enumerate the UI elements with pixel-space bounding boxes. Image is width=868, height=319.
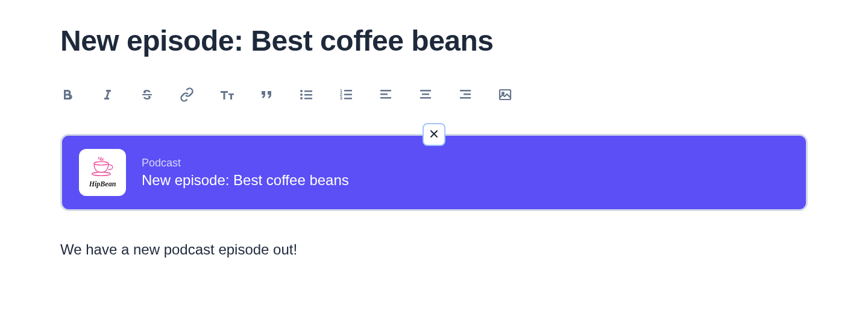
svg-text:3: 3 (340, 96, 342, 100)
svg-rect-7 (344, 90, 352, 92)
strikethrough-button[interactable] (140, 87, 154, 104)
svg-rect-11 (344, 98, 352, 99)
close-icon (428, 128, 440, 142)
italic-icon (100, 87, 115, 104)
podcast-embed-wrapper: HipBean Podcast New episode: Best coffee… (60, 134, 808, 211)
podcast-category-label: Podcast (142, 157, 349, 169)
podcast-brand-label: HipBean (89, 180, 116, 189)
image-icon (498, 87, 512, 104)
align-left-icon (379, 87, 393, 104)
podcast-thumbnail: HipBean (79, 149, 126, 196)
svg-rect-13 (380, 93, 388, 95)
svg-rect-3 (304, 94, 312, 96)
podcast-title-label: New episode: Best coffee beans (142, 172, 349, 189)
svg-rect-21 (500, 90, 511, 99)
svg-rect-15 (420, 90, 431, 92)
svg-rect-1 (304, 90, 312, 92)
bold-icon (60, 87, 75, 104)
svg-rect-19 (464, 93, 471, 95)
svg-rect-12 (380, 90, 391, 92)
page-title: New episode: Best coffee beans (60, 24, 808, 57)
svg-rect-20 (460, 97, 471, 99)
bullet-list-icon (299, 87, 313, 104)
svg-rect-16 (422, 93, 429, 95)
editor-body-text[interactable]: We have a new podcast episode out! (60, 241, 808, 258)
bullet-list-button[interactable] (299, 87, 313, 104)
svg-rect-17 (420, 97, 431, 99)
svg-rect-5 (304, 98, 312, 99)
svg-point-23 (94, 162, 108, 165)
quote-button[interactable] (259, 87, 274, 104)
svg-rect-14 (380, 97, 391, 99)
svg-rect-9 (344, 94, 352, 96)
link-button[interactable] (180, 87, 194, 104)
editor-toolbar: 123 (60, 87, 808, 104)
coffee-cup-icon (90, 157, 115, 178)
svg-point-4 (300, 97, 303, 99)
svg-point-0 (300, 90, 303, 92)
align-right-button[interactable] (458, 87, 473, 104)
quote-icon (259, 87, 274, 104)
numbered-list-icon: 123 (339, 87, 353, 104)
align-left-button[interactable] (379, 87, 393, 104)
image-button[interactable] (498, 87, 512, 104)
close-embed-button[interactable] (423, 123, 445, 146)
svg-point-22 (502, 92, 504, 94)
svg-rect-18 (460, 90, 471, 92)
strikethrough-icon (140, 87, 154, 104)
align-center-icon (418, 87, 433, 104)
text-size-icon (219, 87, 234, 104)
link-icon (180, 87, 194, 104)
text-size-button[interactable] (219, 87, 234, 104)
bold-button[interactable] (60, 87, 75, 104)
italic-button[interactable] (100, 87, 115, 104)
numbered-list-button[interactable]: 123 (339, 87, 353, 104)
svg-point-2 (300, 93, 303, 96)
svg-point-24 (92, 172, 111, 175)
align-center-button[interactable] (418, 87, 433, 104)
align-right-icon (458, 87, 473, 104)
podcast-embed-text: Podcast New episode: Best coffee beans (142, 157, 349, 189)
